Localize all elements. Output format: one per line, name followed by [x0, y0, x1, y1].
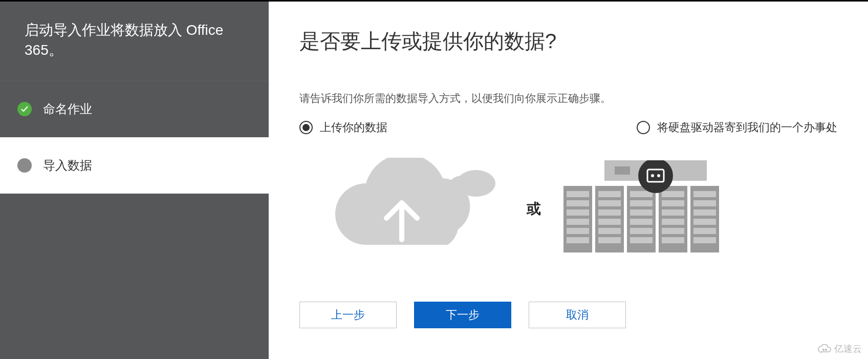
- svg-rect-25: [630, 219, 653, 225]
- svg-rect-20: [598, 228, 621, 234]
- svg-rect-28: [662, 191, 684, 197]
- svg-rect-14: [567, 228, 589, 234]
- svg-rect-16: [598, 191, 621, 197]
- svg-rect-35: [693, 200, 716, 206]
- svg-rect-37: [693, 219, 716, 225]
- option-ship-label: 将硬盘驱动器寄到我们的一个办事处: [657, 120, 837, 135]
- cancel-button[interactable]: 取消: [529, 302, 626, 328]
- option-row: 上传你的数据 将硬盘驱动器寄到我们的一个办事处: [299, 120, 837, 135]
- svg-rect-36: [693, 209, 716, 216]
- svg-rect-18: [598, 209, 621, 216]
- or-label: 或: [527, 199, 541, 219]
- svg-rect-30: [662, 209, 684, 216]
- svg-rect-4: [615, 166, 630, 175]
- sidebar-title: 启动导入作业将数据放入 Office 365。: [0, 2, 269, 81]
- page-subtitle: 请告诉我们你所需的数据导入方式，以便我们向你展示正确步骤。: [299, 91, 837, 105]
- wizard-main: 是否要上传或提供你的数据? 请告诉我们你所需的数据导入方式，以便我们向你展示正确…: [269, 2, 868, 359]
- svg-rect-33: [662, 237, 684, 243]
- svg-rect-10: [567, 191, 589, 197]
- step-label: 命名作业: [43, 101, 92, 117]
- svg-rect-29: [662, 200, 684, 206]
- svg-rect-15: [567, 237, 589, 243]
- step-import-data[interactable]: 导入数据: [0, 137, 269, 194]
- svg-rect-17: [598, 200, 621, 206]
- illustration-row: 或: [299, 158, 837, 260]
- wizard-frame: 启动导入作业将数据放入 Office 365。 命名作业 导入数据 是否要上传或…: [0, 0, 868, 359]
- svg-point-42: [651, 174, 654, 177]
- svg-rect-13: [567, 219, 589, 225]
- cloud-upload-icon: [320, 158, 504, 260]
- svg-rect-26: [630, 228, 653, 234]
- step-label: 导入数据: [43, 157, 92, 174]
- svg-point-45: [825, 349, 827, 351]
- svg-rect-39: [693, 237, 716, 243]
- prev-button[interactable]: 上一步: [299, 302, 397, 328]
- svg-rect-23: [630, 200, 653, 206]
- svg-rect-32: [662, 228, 684, 234]
- server-racks-icon: [563, 160, 727, 258]
- svg-rect-12: [567, 209, 589, 216]
- watermark: 亿速云: [818, 343, 862, 355]
- svg-rect-19: [598, 219, 621, 225]
- radio-checked-icon: [299, 121, 313, 134]
- svg-rect-11: [567, 200, 589, 206]
- svg-rect-31: [662, 219, 684, 225]
- watermark-text: 亿速云: [834, 343, 862, 355]
- page-title: 是否要上传或提供你的数据?: [299, 27, 837, 55]
- svg-rect-27: [630, 237, 653, 243]
- step-name-job[interactable]: 命名作业: [0, 81, 269, 137]
- cloud-logo-icon: [818, 344, 831, 353]
- button-row: 上一步 下一步 取消: [299, 302, 868, 328]
- radio-unchecked-icon: [637, 121, 650, 134]
- svg-rect-24: [630, 209, 653, 216]
- option-ship-drive[interactable]: 将硬盘驱动器寄到我们的一个办事处: [637, 120, 837, 135]
- svg-point-43: [657, 174, 660, 177]
- svg-rect-34: [693, 191, 716, 197]
- option-upload[interactable]: 上传你的数据: [299, 120, 387, 135]
- svg-point-44: [822, 349, 824, 351]
- option-upload-label: 上传你的数据: [320, 120, 387, 135]
- bullet-icon: [17, 158, 32, 173]
- check-icon: [17, 102, 32, 116]
- svg-rect-38: [693, 228, 716, 234]
- svg-rect-22: [630, 191, 653, 197]
- next-button[interactable]: 下一步: [414, 302, 511, 328]
- wizard-sidebar: 启动导入作业将数据放入 Office 365。 命名作业 导入数据: [0, 2, 269, 359]
- svg-rect-21: [598, 237, 621, 243]
